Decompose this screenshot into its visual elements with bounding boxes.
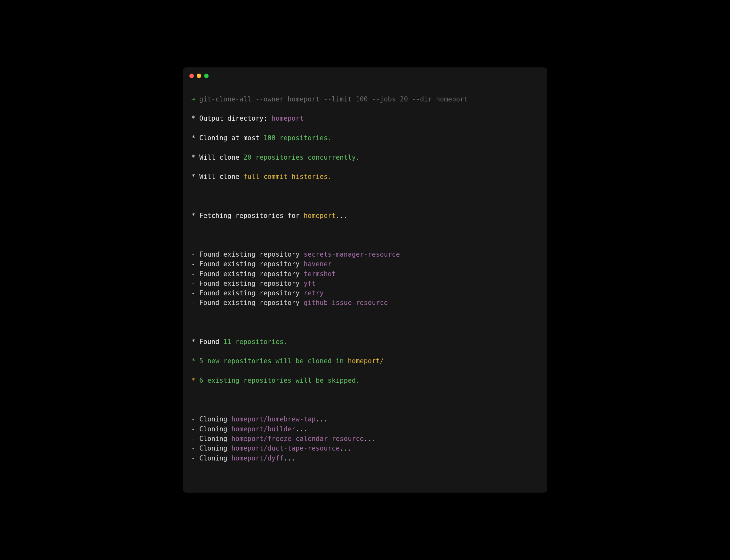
terminal-body[interactable]: ➜ git-clone-all --owner homeport --limit… <box>183 82 547 492</box>
cloning-suffix: ... <box>340 444 352 452</box>
blank-line <box>191 317 539 327</box>
cloning-prefix: - Cloning <box>191 425 231 433</box>
cloning-line: - Cloning homeport/dyff... <box>191 453 539 463</box>
existing-prefix: - Found existing repository <box>191 270 304 278</box>
command-line: ➜ git-clone-all --owner homeport --limit… <box>191 94 539 104</box>
output-line: * Will clone 20 repositories concurrentl… <box>191 153 539 162</box>
output-line: * 5 new repositories will be cloned in h… <box>191 356 539 366</box>
cloning-suffix: ... <box>296 425 308 433</box>
blank-line <box>191 395 539 405</box>
minimize-icon[interactable] <box>197 74 201 78</box>
cloning-prefix: - Cloning <box>191 435 231 443</box>
cloning-prefix: - Cloning <box>191 454 231 462</box>
terminal-window: ➜ git-clone-all --owner homeport --limit… <box>183 68 547 492</box>
titlebar <box>183 68 547 82</box>
repo-name: github-issue-resource <box>304 299 388 307</box>
cloning-suffix: ... <box>364 435 376 443</box>
output-line: * Cloning at most 100 repositories. <box>191 133 539 143</box>
command-text: git-clone-all --owner homeport --limit 1… <box>199 95 468 103</box>
cloning-suffix: ... <box>316 415 328 423</box>
repo-name: termshot <box>304 270 336 278</box>
repo-name: havener <box>304 260 332 268</box>
existing-repo-line: - Found existing repository havener <box>191 259 539 269</box>
existing-repo-line: - Found existing repository github-issue… <box>191 298 539 308</box>
cloning-line: - Cloning homeport/builder... <box>191 424 539 434</box>
repo-name: retry <box>304 289 324 297</box>
repo-name: homeport/homebrew-tap <box>231 415 316 423</box>
cloning-suffix: ... <box>284 454 296 462</box>
existing-repo-line: - Found existing repository secrets-mana… <box>191 250 539 259</box>
repo-name: homeport/builder <box>231 425 296 433</box>
existing-prefix: - Found existing repository <box>191 260 304 268</box>
cloning-prefix: - Cloning <box>191 415 231 423</box>
output-line: * Will clone full commit histories. <box>191 172 539 181</box>
cloning-line: - Cloning homeport/duct-tape-resource... <box>191 444 539 453</box>
existing-prefix: - Found existing repository <box>191 299 304 307</box>
output-line: * Output directory: homeport <box>191 114 539 123</box>
existing-prefix: - Found existing repository <box>191 251 304 258</box>
existing-prefix: - Found existing repository <box>191 289 304 297</box>
existing-repo-line: - Found existing repository yft <box>191 279 539 288</box>
repo-name: homeport/freeze-calendar-resource <box>231 435 364 443</box>
output-line: * 6 existing repositories will be skippe… <box>191 376 539 385</box>
prompt-arrow: ➜ <box>191 95 196 103</box>
cloning-line: - Cloning homeport/homebrew-tap... <box>191 414 539 424</box>
repo-name: homeport/duct-tape-resource <box>231 444 340 452</box>
existing-prefix: - Found existing repository <box>191 280 304 287</box>
close-icon[interactable] <box>189 74 194 78</box>
cloning-prefix: - Cloning <box>191 444 231 452</box>
cloning-line: - Cloning homeport/freeze-calendar-resou… <box>191 434 539 444</box>
output-line: * Fetching repositories for homeport... <box>191 211 539 220</box>
output-line: * Found 11 repositories. <box>191 337 539 347</box>
blank-line <box>191 191 539 201</box>
existing-repo-line: - Found existing repository retry <box>191 288 539 298</box>
repo-name: secrets-manager-resource <box>304 251 400 258</box>
blank-line <box>191 230 539 240</box>
maximize-icon[interactable] <box>204 74 209 78</box>
repo-name: homeport/dyff <box>231 454 284 462</box>
repo-name: yft <box>304 280 316 287</box>
existing-repo-line: - Found existing repository termshot <box>191 269 539 279</box>
